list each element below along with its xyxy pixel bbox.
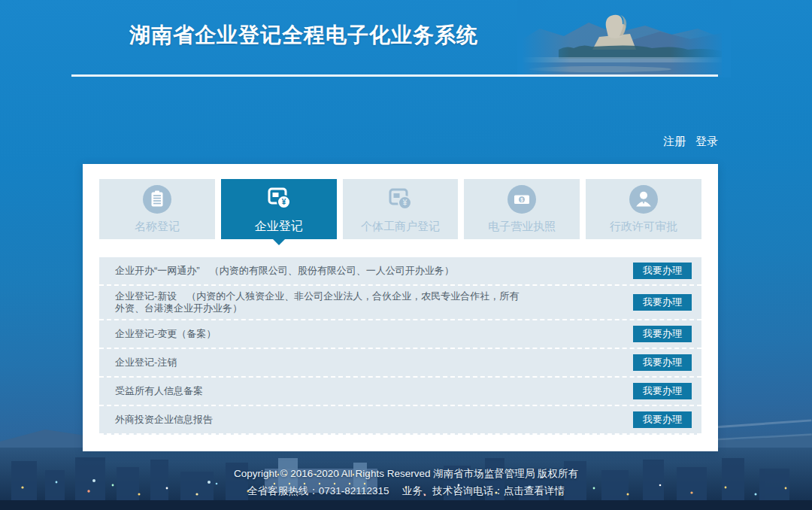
- svg-text:$: $: [520, 197, 523, 203]
- tab-label: 个体工商户登记: [361, 220, 440, 234]
- tab-bar: 名称登记¥企业登记¥个体工商户登记$电子营业执照行政许可审批: [99, 179, 701, 239]
- register-link[interactable]: 注册: [663, 135, 686, 149]
- main-card: 名称登记¥企业登记¥个体工商户登记$电子营业执照行政许可审批 企业开办“一网通办…: [83, 164, 718, 451]
- service-row: 企业登记-注销我要办理: [99, 349, 701, 378]
- service-row: 企业开办“一网通办” （内资的有限公司、股份有限公司、一人公司开办业务）我要办理: [99, 257, 701, 286]
- apply-button[interactable]: 我要办理: [633, 294, 692, 311]
- hotline-text: 全省客服热线：0731-82112315 业务、技术咨询电话：: [247, 485, 503, 496]
- service-row: 外商投资企业信息报告我要办理: [99, 406, 701, 435]
- person-icon: [629, 184, 659, 214]
- page-footer: Copyright © 2016-2020 All Rights Reserve…: [0, 465, 812, 499]
- register-device-icon: ¥: [385, 184, 415, 214]
- tab-electronic-business-license[interactable]: $电子营业执照: [464, 179, 580, 239]
- service-row: 受益所有人信息备案我要办理: [99, 378, 701, 406]
- tab-label: 企业登记: [255, 219, 303, 235]
- scene-fade: [671, 0, 731, 77]
- tab-enterprise-registration[interactable]: ¥企业登记: [221, 179, 337, 239]
- site-header: 湖南省企业登记全程电子化业务系统: [0, 0, 812, 77]
- copyright-text: Copyright © 2016-2020 All Rights Reserve…: [0, 465, 812, 482]
- scene-fade: [517, 0, 570, 77]
- banknote-icon: $: [507, 184, 537, 214]
- login-link[interactable]: 登录: [695, 135, 718, 149]
- header-divider: [71, 74, 718, 77]
- service-row: 企业登记-新设 （内资的个人独资企业、非公司企业法人，合伙企业，农民专业合作社，…: [99, 286, 701, 320]
- tab-name-registration[interactable]: 名称登记: [99, 179, 215, 239]
- tab-administrative-license-approval[interactable]: 行政许可审批: [586, 179, 701, 239]
- service-label: 受益所有人信息备案: [110, 381, 203, 402]
- service-label: 外商投资企业信息报告: [110, 409, 213, 430]
- apply-button[interactable]: 我要办理: [633, 354, 692, 371]
- apply-button[interactable]: 我要办理: [633, 326, 692, 342]
- apply-button[interactable]: 我要办理: [633, 263, 692, 279]
- register-device-icon: ¥: [264, 184, 294, 214]
- svg-text:¥: ¥: [281, 198, 286, 206]
- service-row: 企业登记-变更（备案）我要办理: [99, 320, 701, 349]
- auth-links: 注册 登录: [663, 135, 718, 149]
- service-label: 企业登记-变更（备案）: [110, 323, 216, 345]
- details-link[interactable]: 点击查看详情: [504, 485, 565, 496]
- tab-label: 电子营业执照: [488, 220, 556, 234]
- service-label: 企业登记-注销: [110, 352, 177, 373]
- page: 湖南省企业登记全程电子化业务系统 注册 登录 名称登记¥企业登记¥个体工商户登记…: [0, 0, 812, 510]
- svg-text:¥: ¥: [403, 199, 408, 207]
- document-icon: [142, 184, 172, 214]
- service-label: 企业开办“一网通办” （内资的有限公司、股份有限公司、一人公司开办业务）: [110, 260, 454, 281]
- tab-individual-business-registration[interactable]: ¥个体工商户登记: [343, 179, 459, 239]
- site-title: 湖南省企业登记全程电子化业务系统: [129, 21, 478, 50]
- hotline-line: 全省客服热线：0731-82112315 业务、技术咨询电话：点击查看详情: [0, 482, 812, 499]
- apply-button[interactable]: 我要办理: [633, 411, 692, 428]
- tab-label: 行政许可审批: [610, 220, 677, 234]
- apply-button[interactable]: 我要办理: [633, 383, 692, 399]
- service-list: 企业开办“一网通办” （内资的有限公司、股份有限公司、一人公司开办业务）我要办理…: [99, 257, 701, 435]
- tab-label: 名称登记: [135, 220, 180, 234]
- service-label: 企业登记-新设 （内资的个人独资企业、非公司企业法人，合伙企业，农民专业合作社，…: [110, 286, 525, 319]
